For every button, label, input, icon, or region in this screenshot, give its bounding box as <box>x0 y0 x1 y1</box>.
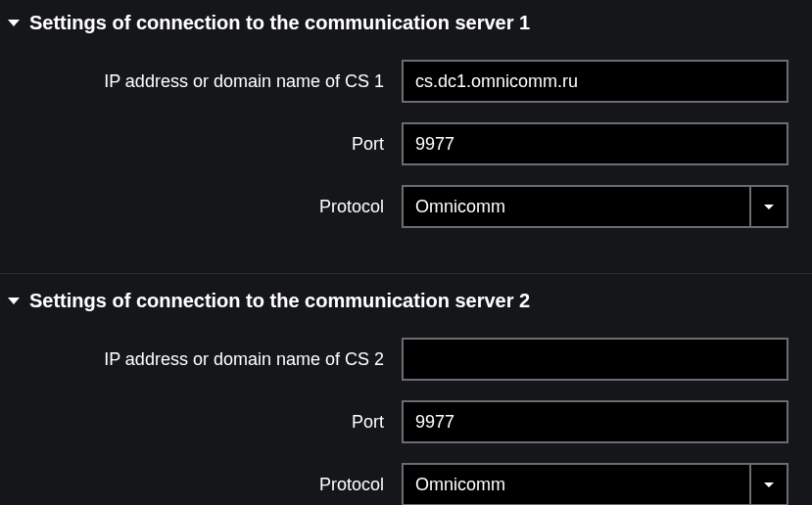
section-title-server-1: Settings of connection to the communicat… <box>29 12 530 34</box>
input-ip-server-2[interactable] <box>402 338 788 381</box>
chevron-down-icon <box>764 205 774 209</box>
caret-down-icon <box>8 298 20 304</box>
label-ip-server-1: IP address or domain name of CS 1 <box>0 71 402 92</box>
input-port-server-2[interactable] <box>402 400 788 443</box>
label-ip-server-2: IP address or domain name of CS 2 <box>0 349 402 370</box>
row-port-server-2: Port <box>0 400 812 443</box>
label-protocol-server-2: Protocol <box>0 475 402 495</box>
label-port-server-1: Port <box>0 134 402 155</box>
row-port-server-1: Port <box>0 122 812 165</box>
select-protocol-server-2[interactable]: Omnicomm <box>402 463 788 505</box>
caret-down-icon <box>8 20 20 26</box>
row-protocol-server-2: Protocol Omnicomm <box>0 463 812 505</box>
chevron-down-icon <box>764 482 774 487</box>
section-server-1: Settings of connection to the communicat… <box>0 0 812 267</box>
label-port-server-2: Port <box>0 412 402 433</box>
section-divider <box>0 273 812 274</box>
select-protocol-server-1[interactable]: Omnicomm <box>402 185 788 228</box>
select-value-protocol-server-2: Omnicomm <box>402 463 749 505</box>
section-header-server-1[interactable]: Settings of connection to the communicat… <box>0 8 812 50</box>
label-protocol-server-1: Protocol <box>0 197 402 217</box>
section-header-server-2[interactable]: Settings of connection to the communicat… <box>0 286 812 328</box>
input-port-server-1[interactable] <box>402 122 788 165</box>
select-button-protocol-server-2[interactable] <box>749 463 788 505</box>
select-button-protocol-server-1[interactable] <box>749 185 788 228</box>
input-ip-server-1[interactable] <box>402 60 788 103</box>
select-value-protocol-server-1: Omnicomm <box>402 185 749 228</box>
section-server-2: Settings of connection to the communicat… <box>0 278 812 505</box>
row-ip-server-2: IP address or domain name of CS 2 <box>0 338 812 381</box>
section-title-server-2: Settings of connection to the communicat… <box>29 290 530 312</box>
row-protocol-server-1: Protocol Omnicomm <box>0 185 812 228</box>
row-ip-server-1: IP address or domain name of CS 1 <box>0 60 812 103</box>
